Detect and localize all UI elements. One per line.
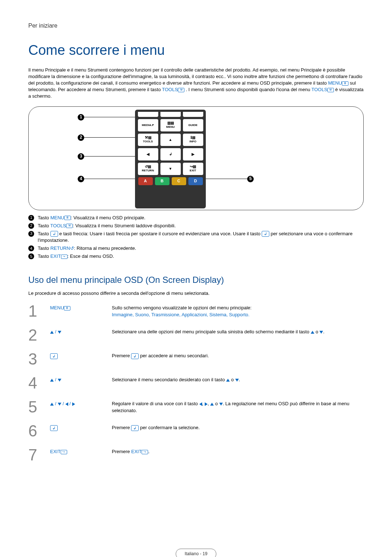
remote-button-stub (183, 112, 203, 117)
legend-text: : Ritorna al menu precedente. (74, 245, 136, 251)
enter-icon: ↲ (169, 153, 172, 156)
step-key: EXIT↪ (50, 447, 112, 455)
legend-item: 3 Tasto ↲ e tasti freccia: Usare i tasti… (28, 231, 364, 244)
exit-icon: ↪ (61, 450, 67, 454)
triangle-up-icon (50, 379, 54, 382)
triangle-down-icon (235, 379, 239, 382)
step-row: 1 MENUⅢ Sullo schermo vengono visualizza… (28, 301, 364, 325)
remote-tools-button: ⚒▤TOOLS (138, 134, 158, 146)
exit-glyph-icon: ↪▤ (190, 165, 196, 168)
enter-icon: ↲ (50, 425, 58, 431)
legend-number: 3 (28, 231, 34, 237)
menu-icon: Ⅲ (64, 216, 71, 220)
step-row: 4 / Selezionare il menu secondario desid… (28, 373, 364, 397)
callout-1: 1 (78, 114, 135, 121)
enter-icon: ↲ (50, 231, 58, 237)
remote-guide-button: GUIDE (183, 119, 203, 131)
menu-keyword: MENUⅢ (328, 80, 348, 86)
page-title: Come scorrere i menu (28, 41, 364, 60)
step-key: / (50, 375, 112, 383)
return-glyph-icon: ↺▤ (145, 165, 151, 168)
callout-5: 5 (206, 176, 254, 182)
remote-d-button: D (188, 177, 203, 185)
callout-3: 3 (78, 153, 135, 160)
step-row: 5 / / / Regolare il valore di una voce c… (28, 397, 364, 421)
step-number: 7 (28, 447, 50, 463)
step-description: Premere ↲ per accedere ai menu secondari… (112, 351, 364, 359)
menu-icon: Ⅲ (342, 81, 348, 86)
legend-key: TOOLS⚒ (50, 223, 73, 228)
menu-bars-icon: ▥▤ (167, 121, 174, 125)
intro-text: Il menu Principale e il menu Strumenti c… (28, 67, 362, 86)
legend-item: 4 Tasto RETURN↺: Ritorna al menu precede… (28, 245, 364, 252)
legend-number: 2 (28, 223, 34, 229)
tools-icon: ⚒ (327, 88, 334, 92)
remote-return-button: ↺▤RETURN (138, 163, 158, 175)
step-description: Selezionare una delle opzioni del menu p… (112, 327, 364, 335)
step-number: 6 (28, 423, 50, 439)
step-key: ↲ (50, 351, 112, 359)
triangle-down-icon (219, 403, 223, 406)
triangle-up-icon: ▲ (169, 138, 172, 142)
step-description: Premere ↲ per confermare la selezione. (112, 423, 364, 431)
step-key: / / / (50, 399, 112, 407)
remote-a-button: A (138, 177, 153, 185)
tools-icon: ⚒ (66, 224, 73, 228)
step-number: 4 (28, 375, 50, 391)
enter-icon: ↲ (262, 231, 269, 237)
triangle-down-icon (58, 379, 61, 382)
remote-menu-button: ▥▤MENU (160, 119, 181, 131)
remote-info-button: ℹ▤INFO (183, 134, 203, 146)
menu-icon: Ⅲ (64, 306, 70, 310)
tools-glyph-icon: ⚒▤ (145, 136, 151, 139)
section-heading: Uso del menu principale OSD (On Screen D… (28, 274, 364, 286)
triangle-up-icon (50, 403, 54, 406)
intro-text: . I menu Strumenti sono disponibili quan… (186, 87, 311, 92)
callout-number: 5 (247, 176, 254, 182)
remote-exit-button: ↪▤EXIT (183, 163, 203, 175)
legend-number: 4 (28, 245, 34, 251)
step-description: Selezionare il menu secondario desiderat… (112, 375, 364, 383)
legend-text: Tasto (38, 253, 50, 259)
triangle-right-icon (72, 402, 75, 406)
legend-text: : Visualizza il menu Strumenti laddove d… (73, 223, 176, 228)
legend-number: 1 (28, 215, 34, 221)
remote-down-button: ▼ (160, 163, 181, 175)
remote-diagram: 1 2 3 4 5 MEDIA.P ▥▤MENU GUIDE ⚒▤TOOLS ▲… (28, 106, 364, 210)
triangle-right-icon: ▶ (192, 153, 195, 156)
legend-text: : Visualizza il menu OSD principale. (71, 215, 146, 220)
callout-2: 2 (78, 134, 135, 141)
legend-text: Tasto (38, 223, 50, 228)
legend-item: 2 Tasto TOOLS⚒: Visualizza il menu Strum… (28, 223, 364, 229)
legend-text: : Esce dal menu OSD. (68, 253, 114, 259)
legend-list: 1 Tasto MENUⅢ: Visualizza il menu OSD pr… (28, 215, 364, 260)
legend-key: MENUⅢ (50, 215, 71, 220)
step-number: 2 (28, 327, 50, 343)
exit-icon: ↪ (61, 255, 68, 259)
triangle-down-icon (58, 331, 61, 334)
remote-mediap-button: MEDIA.P (138, 119, 158, 131)
step-number: 5 (28, 399, 50, 415)
tools-icon: ⚒ (178, 88, 184, 92)
page-number: Italiano - 19 (176, 549, 217, 557)
legend-text: Tasto (38, 245, 50, 251)
legend-text: e tasti freccia: Usare i tasti freccia p… (58, 231, 262, 236)
legend-key: EXIT↪ (50, 253, 68, 259)
step-row: 2 / Selezionare una delle opzioni del me… (28, 325, 364, 349)
step-number: 1 (28, 303, 50, 319)
triangle-left-icon (65, 402, 68, 406)
step-key: / (50, 327, 112, 335)
remote-enter-button: ↲ (160, 148, 181, 160)
callout-number: 1 (78, 114, 84, 121)
legend-key: RETURN↺ (50, 245, 74, 251)
step-row: 7 EXIT↪ Premere EXIT↪. (28, 445, 364, 469)
step-description: Sullo schermo vengono visualizzate le op… (112, 303, 364, 318)
step-row: 6 ↲ Premere ↲ per confermare la selezion… (28, 421, 364, 445)
legend-text: Tasto (38, 215, 50, 220)
triangle-down-icon: ▼ (169, 167, 172, 171)
step-number: 3 (28, 351, 50, 367)
remote-right-button: ▶ (183, 148, 203, 160)
triangle-left-icon (199, 402, 202, 406)
intro-paragraph: Il menu Principale e il menu Strumenti c… (28, 67, 364, 100)
triangle-up-icon (50, 331, 54, 334)
